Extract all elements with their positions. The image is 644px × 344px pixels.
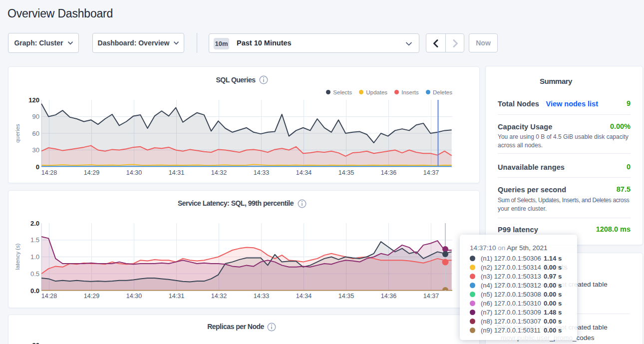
svg-text:queries: queries bbox=[14, 124, 20, 143]
svg-text:90: 90 bbox=[32, 113, 39, 120]
svg-text:latency (s): latency (s) bbox=[14, 243, 20, 270]
svg-text:14:36: 14:36 bbox=[381, 169, 396, 176]
svg-text:1.5: 1.5 bbox=[30, 236, 39, 244]
svg-text:14:35: 14:35 bbox=[338, 293, 354, 300]
svg-text:14:31: 14:31 bbox=[169, 169, 184, 176]
svg-text:14:31: 14:31 bbox=[169, 293, 184, 300]
svg-text:14:32: 14:32 bbox=[211, 169, 227, 176]
svg-text:14:36: 14:36 bbox=[381, 293, 396, 300]
svg-text:2.0: 2.0 bbox=[30, 220, 39, 227]
svg-text:14:34: 14:34 bbox=[296, 169, 312, 176]
svg-text:14:35: 14:35 bbox=[338, 169, 354, 176]
svg-text:14:30: 14:30 bbox=[126, 293, 142, 300]
svg-text:60: 60 bbox=[32, 130, 39, 137]
svg-text:1.0: 1.0 bbox=[30, 253, 39, 261]
svg-text:0.5: 0.5 bbox=[30, 270, 39, 278]
svg-text:14:32: 14:32 bbox=[211, 293, 227, 300]
svg-text:120: 120 bbox=[28, 96, 39, 104]
svg-text:14:30: 14:30 bbox=[126, 169, 142, 176]
svg-text:14:33: 14:33 bbox=[254, 169, 269, 176]
svg-text:0.0: 0.0 bbox=[30, 287, 39, 295]
svg-text:30: 30 bbox=[32, 146, 39, 154]
svg-text:14:29: 14:29 bbox=[84, 293, 99, 300]
svg-text:14:34: 14:34 bbox=[296, 293, 312, 300]
svg-text:0: 0 bbox=[36, 163, 39, 171]
svg-text:14:28: 14:28 bbox=[41, 293, 57, 300]
svg-text:14:33: 14:33 bbox=[254, 293, 269, 300]
svg-text:14:37: 14:37 bbox=[423, 169, 439, 176]
svg-text:14:28: 14:28 bbox=[41, 169, 57, 176]
svg-text:14:37: 14:37 bbox=[423, 293, 439, 300]
svg-text:14:29: 14:29 bbox=[84, 169, 99, 176]
